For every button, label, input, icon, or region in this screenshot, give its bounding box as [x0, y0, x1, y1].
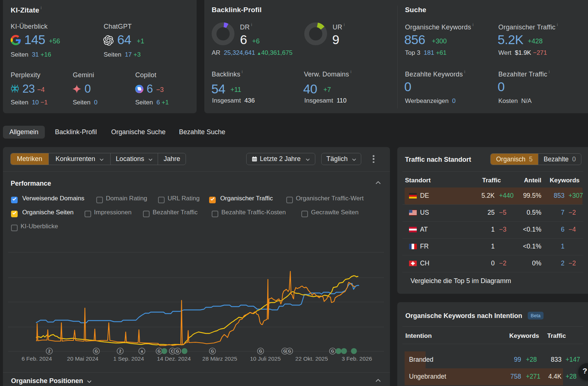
svg-text:G: G	[259, 349, 262, 353]
svg-text:G: G	[283, 349, 287, 353]
svg-text:G: G	[95, 349, 98, 353]
svg-text:G: G	[331, 349, 334, 353]
svg-text:G: G	[211, 349, 214, 353]
svg-text:2: 2	[119, 349, 121, 353]
svg-text:2: 2	[48, 349, 50, 353]
svg-text:a: a	[141, 349, 143, 353]
svg-text:C: C	[171, 349, 174, 353]
svg-text:G: G	[158, 349, 161, 353]
svg-text:G: G	[176, 349, 179, 353]
svg-text:G: G	[288, 349, 291, 353]
